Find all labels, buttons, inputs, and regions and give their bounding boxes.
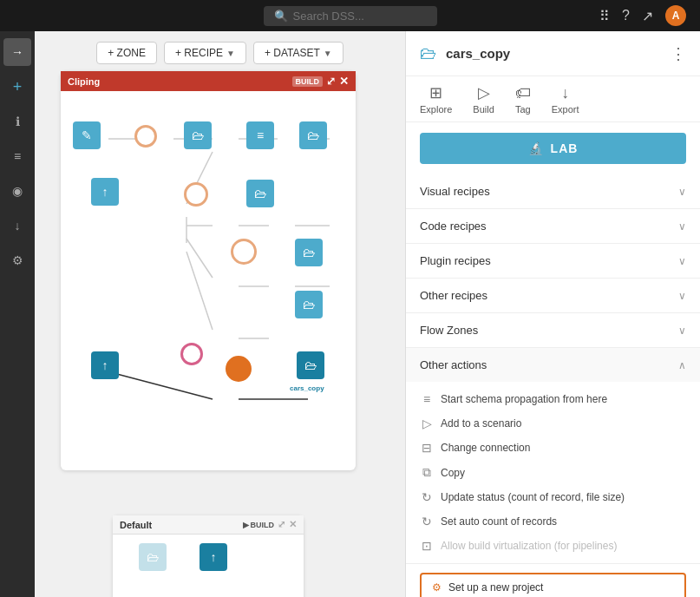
other-actions-header[interactable]: Other actions ∧ [406, 348, 700, 382]
node-upload-1[interactable]: ↑ [91, 178, 119, 206]
action-auto-count[interactable]: ↻ Set auto count of records [420, 509, 686, 534]
dataset-button[interactable]: + DATASET ▼ [253, 42, 343, 64]
cliping-zone: Cliping BUILD ⤢ ✕ [61, 71, 356, 470]
change-connection-label: Change connection [441, 442, 530, 454]
search-input[interactable] [293, 10, 432, 23]
action-add-scenario[interactable]: ▷ Add to a scenario [420, 411, 686, 436]
dataset-arrow: ▼ [324, 49, 332, 58]
plugin-recipes-chevron: ∨ [678, 255, 686, 267]
arrow-icon[interactable]: ↗ [642, 8, 653, 24]
sidebar-eye[interactable]: ◉ [3, 177, 31, 205]
setup-new-project-button[interactable]: ⚙ Set up a new project [420, 573, 686, 597]
schema-prop-label: Start schema propagation from here [441, 393, 607, 405]
flow-zones-header[interactable]: Flow Zones ∨ [406, 313, 700, 347]
svg-line-12 [186, 252, 213, 330]
default-build-tag[interactable]: ▶ BUILD [243, 521, 275, 529]
flow-zones-section: Flow Zones ∨ [406, 313, 700, 348]
svg-line-9 [186, 239, 213, 278]
recipe-button[interactable]: + RECIPE ▼ [164, 42, 246, 64]
node-circle-1 [134, 125, 157, 148]
other-recipes-header[interactable]: Other recipes ∨ [406, 279, 700, 312]
node-folder-5[interactable]: 🗁 [295, 291, 323, 318]
export-label: Export [552, 104, 579, 115]
node-circle-pink [180, 343, 203, 365]
node-circle-join2 [231, 239, 257, 265]
explore-icon: ⊞ [429, 83, 442, 102]
sidebar-plus[interactable]: + [3, 73, 31, 101]
sidebar-info[interactable]: ℹ [3, 108, 31, 135]
add-scenario-label: Add to a scenario [441, 417, 521, 430]
action-copy[interactable]: ⧉ Copy [420, 460, 686, 485]
action-update-status[interactable]: ↻ Update status (count of record, file s… [420, 485, 686, 509]
node-edit[interactable]: ✎ [73, 121, 101, 149]
visual-recipes-chevron: ∨ [678, 186, 686, 198]
cliping-zone-title: Cliping [68, 76, 100, 87]
lab-icon: 🔬 [528, 141, 544, 155]
recipe-arrow: ▼ [226, 49, 235, 58]
sidebar-arrow[interactable]: → [3, 38, 31, 66]
node-circle-join [184, 182, 208, 207]
panel-title: cars_copy [446, 46, 510, 61]
node-upload-cars[interactable]: ↑ [91, 351, 119, 379]
node-folder-4[interactable]: 🗁 [295, 239, 323, 266]
change-connection-icon: ⊟ [420, 441, 434, 455]
explore-label: Explore [420, 104, 452, 115]
plugin-recipes-label: Plugin recipes [420, 254, 491, 267]
avatar[interactable]: A [665, 5, 686, 26]
node-folder-1[interactable]: 🗁 [184, 121, 212, 149]
default-zone-title: Default [120, 520, 152, 530]
other-actions-label: Other actions [420, 358, 487, 371]
cars-copy-label: cars_copy [290, 384, 324, 392]
tab-export[interactable]: ↓ Export [552, 84, 579, 115]
action-schema-propagation[interactable]: ≡ Start schema propagation from here [420, 387, 686, 411]
other-recipes-section: Other recipes ∨ [406, 279, 700, 313]
setup-icon: ⚙ [432, 581, 442, 594]
flow-zones-label: Flow Zones [420, 324, 478, 337]
default-expand-icon[interactable]: ⤢ [278, 519, 285, 530]
default-node-1: 🗁 [139, 543, 167, 571]
node-circle-orange [226, 356, 252, 382]
action-change-connection[interactable]: ⊟ Change connection [420, 436, 686, 460]
visual-recipes-section: Visual recipes ∨ [406, 174, 700, 209]
node-folder-3[interactable]: 🗁 [246, 180, 274, 207]
auto-count-icon: ↻ [420, 515, 434, 528]
tab-build[interactable]: ▷ Build [473, 83, 494, 115]
default-close-icon[interactable]: ✕ [289, 519, 297, 530]
apps-icon[interactable]: ⠿ [599, 8, 610, 24]
tab-tag[interactable]: 🏷 Tag [515, 84, 531, 115]
schema-prop-icon: ≡ [420, 392, 434, 406]
setup-label: Set up a new project [448, 581, 543, 594]
code-recipes-label: Code recipes [420, 220, 487, 233]
zone-button[interactable]: + ZONE [96, 42, 157, 64]
default-zone-controls: ▶ BUILD ⤢ ✕ [243, 519, 298, 530]
close-icon[interactable]: ✕ [339, 75, 349, 88]
sidebar-list[interactable]: ≡ [3, 142, 31, 170]
build-tag[interactable]: BUILD [292, 76, 324, 87]
right-panel: 🗁 cars_copy ⋮ ⊞ Explore ▷ Build 🏷 Tag ↓ … [405, 31, 700, 597]
virtualization-icon: ⊡ [420, 539, 434, 553]
node-folder-copy[interactable]: 🗁 [297, 351, 324, 379]
update-status-label: Update status (count of record, file siz… [441, 491, 625, 503]
sidebar-download[interactable]: ↓ [3, 212, 31, 239]
update-status-icon: ↻ [420, 490, 434, 504]
plugin-recipes-header[interactable]: Plugin recipes ∨ [406, 244, 700, 278]
node-folder-2[interactable]: 🗁 [299, 121, 327, 149]
sidebar-settings[interactable]: ⚙ [3, 246, 31, 274]
code-recipes-header[interactable]: Code recipes ∨ [406, 209, 700, 243]
tab-explore[interactable]: ⊞ Explore [420, 83, 452, 115]
default-zone-header: Default ▶ BUILD ⤢ ✕ [113, 515, 304, 535]
expand-icon[interactable]: ⤢ [326, 75, 336, 88]
other-recipes-label: Other recipes [420, 289, 487, 302]
other-recipes-chevron: ∨ [678, 290, 686, 302]
panel-more-button[interactable]: ⋮ [671, 44, 686, 63]
build-icon: ▷ [478, 83, 490, 102]
tag-icon: 🏷 [515, 84, 531, 102]
copy-icon: ⧉ [420, 465, 434, 480]
visual-recipes-label: Visual recipes [420, 185, 490, 198]
build-label: Build [473, 104, 494, 115]
default-node-2: ↑ [200, 543, 227, 571]
visual-recipes-header[interactable]: Visual recipes ∨ [406, 174, 700, 208]
help-icon[interactable]: ? [622, 8, 630, 23]
lab-button[interactable]: 🔬 LAB [420, 133, 686, 164]
node-list-1[interactable]: ≡ [246, 121, 274, 149]
